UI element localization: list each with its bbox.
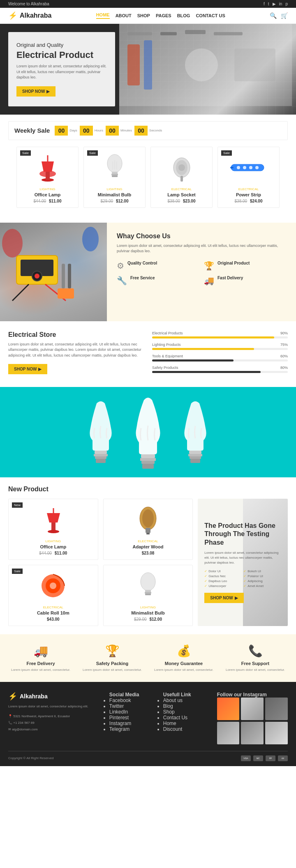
footer-useful-list: About us Blog Shop Contact Us Home Disco… bbox=[163, 698, 210, 732]
visa-icon: VISA bbox=[241, 755, 251, 761]
footer-link[interactable]: Twitter bbox=[109, 703, 157, 709]
footer-link[interactable]: Home bbox=[163, 721, 210, 726]
product-card[interactable]: Sale LIGHTING Office Lamp $44.00 $11.00 bbox=[16, 147, 79, 208]
store-section: Electrical Store Lorem ipsum dolor sit a… bbox=[0, 321, 296, 387]
instagram-thumb[interactable] bbox=[265, 722, 288, 744]
svg-rect-43 bbox=[94, 454, 108, 456]
svg-point-62 bbox=[142, 509, 154, 527]
svg-rect-56 bbox=[51, 523, 56, 531]
amex-icon: AX bbox=[278, 755, 288, 761]
footer-link[interactable]: Shop bbox=[163, 709, 210, 715]
nav-shop[interactable]: SHOP bbox=[137, 13, 150, 18]
linkedin-icon[interactable]: in bbox=[279, 2, 282, 6]
why-feature: 🏆 Original Product bbox=[204, 261, 286, 271]
bulb-svg bbox=[104, 151, 125, 184]
bar-fill bbox=[152, 348, 254, 350]
product-card[interactable]: ELECTRICAL Adapter Wood $23.08 bbox=[103, 499, 193, 560]
svg-rect-39 bbox=[62, 264, 65, 288]
delivery-icon: 🚚 bbox=[204, 276, 214, 285]
nav-home[interactable]: HOME bbox=[96, 12, 110, 19]
nav-contact[interactable]: CONTACT US bbox=[196, 13, 225, 18]
footer-link[interactable]: About us bbox=[163, 698, 210, 703]
trophy-icon: 🏆 bbox=[204, 261, 214, 271]
cart-icon[interactable]: 🛒 bbox=[281, 12, 288, 19]
footer-features: 🚚 Free Delivery Lorem ipsum dolor sit am… bbox=[0, 634, 296, 682]
svg-rect-48 bbox=[141, 461, 155, 464]
logo[interactable]: ⚡ Alkahraba bbox=[8, 11, 51, 20]
svg-point-65 bbox=[141, 573, 155, 591]
product-image bbox=[13, 503, 94, 536]
footer-link[interactable]: Blog bbox=[163, 703, 210, 709]
instagram-thumb[interactable] bbox=[217, 698, 240, 720]
instagram-thumb[interactable] bbox=[241, 722, 264, 744]
footer-link[interactable]: Discount bbox=[163, 726, 210, 732]
nav-about[interactable]: ABOUT bbox=[116, 13, 132, 18]
footer-link[interactable]: Contact Us bbox=[163, 715, 210, 721]
product-card[interactable]: New LIGHTING Office Lamp $44.00 $11.00 bbox=[8, 499, 98, 560]
product-card[interactable]: LIGHTING Minimalist Bulb $29.00 $12.00 bbox=[103, 565, 193, 626]
days-value: 00 bbox=[55, 126, 68, 136]
promo-description: Lorem ipsum dolor sit amet, consectetur … bbox=[204, 550, 281, 565]
footer-email: ✉ alg@domain.com bbox=[8, 726, 103, 733]
footer-link[interactable]: Facebook bbox=[109, 698, 157, 703]
nav-blog[interactable]: BLOG bbox=[177, 13, 190, 18]
product-card[interactable]: Sale ELECTRICAL Power Strip $38.00 $24.0… bbox=[217, 147, 280, 208]
svg-point-27 bbox=[243, 166, 246, 169]
why-content: Whay Choose Us Lorem ipsum dolor sit ame… bbox=[107, 223, 296, 321]
search-icon[interactable]: 🔍 bbox=[270, 12, 277, 19]
why-feature: 🚚 Fast Delivery bbox=[204, 276, 286, 285]
pinterest-icon[interactable]: p bbox=[285, 2, 288, 6]
logo-icon: ⚡ bbox=[8, 11, 17, 20]
product-price: $29.00 $12.00 bbox=[108, 617, 189, 622]
why-label: Quality Control bbox=[127, 261, 157, 265]
logo-text: Alkahraba bbox=[20, 12, 51, 19]
instagram-thumb[interactable] bbox=[265, 698, 288, 720]
mc-icon: MC bbox=[253, 755, 263, 761]
svg-rect-50 bbox=[189, 451, 201, 454]
cfl-banner bbox=[0, 387, 296, 477]
product-card[interactable]: Sale LIGHTING Minimalist Bulb $29.00 $12… bbox=[83, 147, 146, 208]
facebook-icon[interactable]: f bbox=[264, 2, 265, 6]
arrow-icon: ▶ bbox=[46, 89, 50, 94]
countdown-days: 00 Days bbox=[55, 126, 77, 136]
sale-header: Weekly Sale 00 Days 00 Hours 00 Minutes … bbox=[8, 121, 288, 140]
footer-link[interactable]: LinkedIn bbox=[109, 709, 157, 715]
product-category: LIGHTING bbox=[21, 187, 74, 191]
price-new: $12.00 bbox=[116, 199, 129, 203]
product-category: ELECTRICAL bbox=[13, 606, 94, 609]
footer-logo: ⚡ Alkahraba bbox=[8, 692, 103, 701]
youtube-icon[interactable]: ▶ bbox=[273, 2, 276, 6]
footer-link[interactable]: Pinterest bbox=[109, 715, 157, 721]
instagram-thumb[interactable] bbox=[217, 722, 240, 744]
cable-svg bbox=[39, 571, 67, 600]
product-name: Cable Roll 10m bbox=[13, 610, 94, 615]
bar-item: Tools & Equipment 60% bbox=[152, 354, 288, 361]
svg-rect-66 bbox=[145, 590, 151, 592]
footer-link[interactable]: Telegram bbox=[109, 726, 157, 732]
why-image bbox=[0, 223, 107, 321]
header: ⚡ Alkahraba HOME ABOUT SHOP PAGES BLOG C… bbox=[0, 8, 296, 24]
promo-cta-button[interactable]: SHOP NOW ▶ bbox=[204, 593, 243, 603]
price-old: $29.00 bbox=[101, 199, 113, 203]
svg-rect-68 bbox=[145, 594, 151, 595]
price-old: $44.00 bbox=[39, 551, 52, 555]
countdown-seconds: 00 Seconds bbox=[134, 126, 162, 136]
product-price: $44.00 $11.00 bbox=[13, 551, 94, 555]
store-title: Electrical Store bbox=[8, 331, 144, 338]
product-category: ELECTRICAL bbox=[222, 187, 275, 191]
svg-point-23 bbox=[178, 164, 185, 171]
checklist-item: ✓Bokeh UI bbox=[243, 569, 281, 573]
product-category: LIGHTING bbox=[88, 187, 141, 191]
svg-rect-42 bbox=[95, 451, 107, 454]
footer-link[interactable]: Instagram bbox=[109, 721, 157, 726]
product-card[interactable]: ELECTRICAL Lamp Socket $38.00 $23.00 bbox=[150, 147, 213, 208]
store-cta-button[interactable]: SHOP NOW ▶ bbox=[8, 364, 47, 374]
copyright: Copyright © All Right Reserved bbox=[8, 756, 53, 760]
instagram-thumb[interactable] bbox=[241, 698, 264, 720]
twitter-icon[interactable]: t bbox=[268, 2, 269, 6]
product-card[interactable]: Sale ELECTRICAL Cable Roll 10m $43.00 bbox=[8, 565, 98, 626]
hero-cta-button[interactable]: SHOP NOW ▶ bbox=[16, 86, 56, 97]
footer-col-title: Social Media bbox=[109, 692, 157, 698]
nav-pages[interactable]: PAGES bbox=[156, 13, 171, 18]
product-image bbox=[13, 569, 94, 602]
